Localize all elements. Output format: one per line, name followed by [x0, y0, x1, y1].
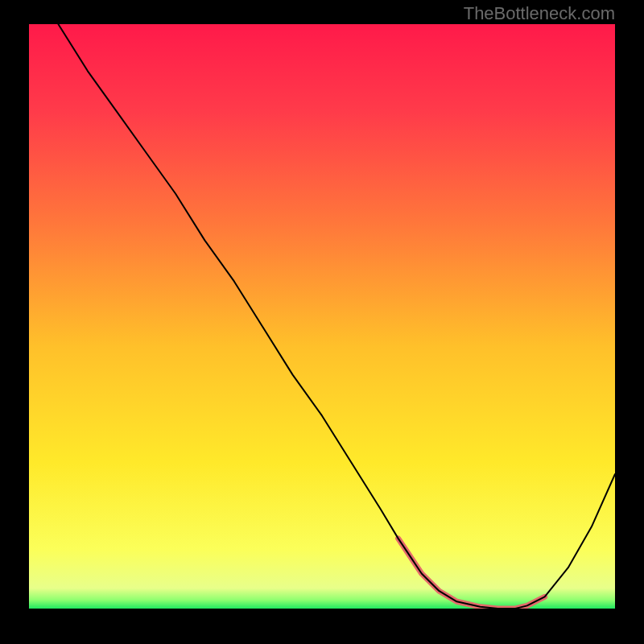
- chart-svg: [29, 24, 615, 609]
- watermark-text: TheBottleneck.com: [464, 3, 615, 24]
- plot-area: [29, 24, 615, 609]
- chart-frame: TheBottleneck.com: [0, 0, 644, 644]
